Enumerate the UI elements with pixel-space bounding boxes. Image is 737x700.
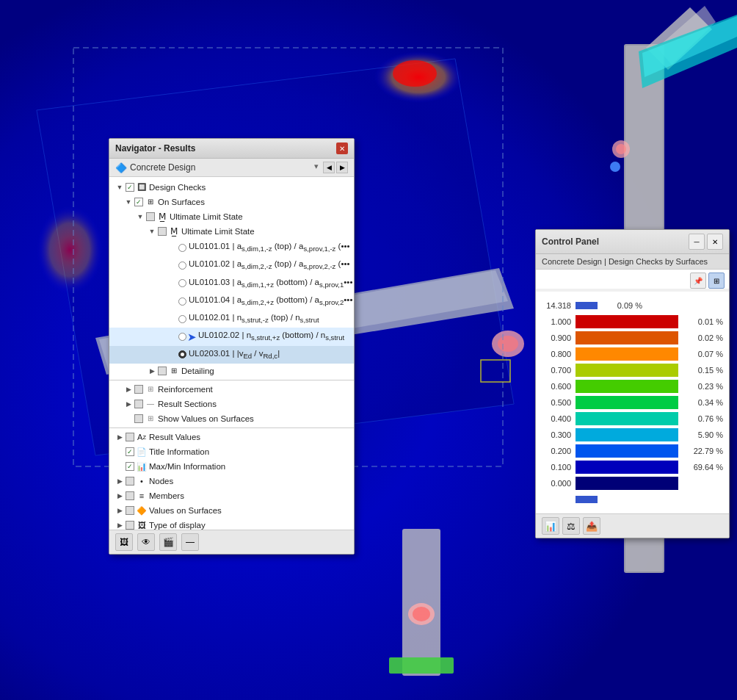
legend-bar-11	[576, 477, 678, 490]
tree-item-maxmin-info[interactable]: ✓ 📊 Max/Min Information	[109, 459, 354, 474]
tree-item-ul0203-01[interactable]: UL0203.01 | |vEd / vRd,c|	[109, 346, 354, 364]
legend-row-6: 0.500 0.34 %	[542, 394, 723, 411]
tree-item-reinforcement[interactable]: ▶ ⊞ Reinforcement	[109, 382, 354, 397]
control-panel-close[interactable]: ✕	[707, 234, 723, 250]
tree-item-uls-inner[interactable]: ▼ M̲ Ultimate Limit State	[109, 224, 354, 239]
bottom-icon-line[interactable]: —	[181, 533, 199, 551]
tree-item-ul0101-03[interactable]: UL0101.03 | as,dim,1,+z (bottom) / as,pr…	[109, 275, 354, 292]
label-show-values: Show Values on Surfaces	[158, 412, 254, 425]
cp-icon-chart[interactable]: 📊	[542, 517, 559, 535]
nav-prev-button[interactable]: ◀	[323, 162, 335, 173]
checkbox-nodes[interactable]	[126, 477, 134, 486]
navigator-title: Navigator - Results	[115, 143, 195, 154]
legend-percent-1: 0.01 %	[683, 317, 723, 326]
spacer	[115, 462, 124, 471]
tree-item-title-info[interactable]: ✓ 📄 Title Information	[109, 444, 354, 459]
legend-row-9: 0.200 22.79 %	[542, 443, 723, 459]
radio-ul0101-04[interactable]	[178, 297, 186, 306]
checkbox-maxmin-info[interactable]: ✓	[126, 462, 134, 471]
tree-item-on-surfaces[interactable]: ▼ ✓ ⊞ On Surfaces	[109, 195, 354, 209]
tree-item-members[interactable]: ▶ ≡ Members	[109, 488, 354, 503]
tree-item-type-display[interactable]: ▶ 🖼 Type of display	[109, 518, 354, 530]
legend-percent-3: 0.07 %	[683, 350, 723, 358]
legend-percent-10: 69.64 %	[683, 463, 723, 472]
checkbox-members[interactable]	[126, 491, 134, 500]
legend-row-10: 0.100 69.64 %	[542, 459, 723, 475]
checkbox-uls-outer[interactable]	[146, 212, 155, 221]
nav-next-button[interactable]: ▶	[336, 162, 348, 173]
checkbox-result-sections[interactable]	[134, 400, 143, 408]
spacer	[171, 297, 177, 306]
tree-item-uls-outer[interactable]: ▼ M̲ Ultimate Limit State	[109, 209, 354, 224]
legend-percent-4: 0.15 %	[683, 366, 723, 375]
top-corner-buttons: 📌 ⊞	[536, 270, 729, 289]
cp-icon-scale[interactable]: ⚖	[562, 517, 580, 535]
dropdown-chevron: ▾	[314, 162, 319, 173]
tree-item-nodes[interactable]: ▶ • Nodes	[109, 474, 354, 488]
tree-item-ul0101-04[interactable]: UL0101.04 | as,dim,2,+z (bottom) / as,pr…	[109, 292, 354, 310]
legend-row-8: 0.300 5.90 %	[542, 427, 723, 443]
control-panel-minimize[interactable]: ─	[689, 234, 705, 250]
label-type-display: Type of display	[149, 519, 206, 530]
tree-item-ul0102-02[interactable]: ➤ UL0102.02 | ns,strut,+z (bottom) / ns,…	[109, 328, 354, 345]
legend-value-9: 0.200	[542, 447, 571, 455]
radio-ul0102-01[interactable]	[178, 315, 186, 323]
checkbox-design-checks[interactable]: ✓	[126, 183, 134, 192]
radio-ul0102-02[interactable]	[178, 333, 186, 341]
tree-icon-uls-inner: M̲	[169, 226, 179, 237]
checkbox-reinforcement[interactable]	[134, 385, 143, 394]
tree-item-result-sections[interactable]: ▶ — Result Sections	[109, 397, 354, 411]
tree-item-detailing[interactable]: ▶ ⊞ Detailing	[109, 364, 354, 378]
cp-icon-export[interactable]: 📤	[583, 517, 600, 535]
radio-ul0101-01[interactable]	[178, 244, 186, 252]
tree-item-design-checks[interactable]: ▼ ✓ 🔲 Design Checks	[109, 180, 354, 195]
spacer	[124, 414, 133, 423]
checkbox-values-surfaces[interactable]	[126, 506, 134, 515]
legend-row-7: 0.400 0.76 %	[542, 411, 723, 427]
radio-ul0101-03[interactable]	[178, 279, 186, 287]
checkbox-on-surfaces[interactable]: ✓	[134, 198, 143, 206]
svg-point-4	[393, 60, 437, 87]
spacer	[115, 447, 124, 456]
label-uls-inner: Ultimate Limit State	[181, 225, 255, 238]
tree-item-show-values[interactable]: ⊞ Show Values on Surfaces	[109, 411, 354, 426]
label-ul0203-01: UL0203.01 | |vEd / vRd,c|	[189, 347, 280, 363]
legend-pin-button[interactable]: 📌	[690, 273, 706, 289]
checkbox-result-values[interactable]	[126, 433, 134, 441]
legend-table-button[interactable]: ⊞	[708, 273, 725, 289]
concrete-design-label: 🔷 Concrete Design	[115, 162, 195, 173]
checkbox-detailing[interactable]	[158, 367, 167, 375]
tree-item-result-values[interactable]: ▶ Az Result Values	[109, 430, 354, 444]
label-members: Members	[149, 489, 184, 502]
checkbox-type-display[interactable]	[126, 521, 134, 530]
checkbox-uls-inner[interactable]	[158, 227, 167, 236]
tree-icon-members: ≡	[137, 491, 147, 501]
legend-percent-9: 22.79 %	[683, 447, 723, 455]
tree-icon-uls-outer: M̲	[157, 212, 167, 222]
spacer	[171, 279, 177, 288]
svg-point-7	[37, 206, 103, 294]
legend-bar-10	[576, 461, 678, 474]
radio-ul0101-02[interactable]	[178, 261, 186, 270]
cp-bottom-icons: 📊 ⚖ 📤	[542, 517, 600, 535]
checkbox-show-values[interactable]	[134, 414, 143, 423]
bottom-icon-image[interactable]: 🖼	[115, 533, 133, 551]
legend-bar-6	[576, 396, 678, 409]
legend-value-1: 1.000	[542, 317, 571, 326]
legend-value-7: 0.400	[542, 414, 571, 423]
navigator-close-button[interactable]: ✕	[336, 142, 348, 154]
expand-icon: ▶	[115, 521, 124, 530]
bottom-icon-animation[interactable]: 🎬	[159, 533, 177, 551]
radio-ul0203-01[interactable]	[178, 350, 186, 358]
tree-item-ul0101-02[interactable]: UL0101.02 | as,dim,2,-z (top) / as,prov,…	[109, 256, 354, 274]
bottom-icon-view[interactable]: 👁	[137, 533, 155, 551]
tree-icon-maxmin-info: 📊	[137, 461, 147, 472]
legend-row-1: 1.000 0.01 %	[542, 314, 723, 330]
checkbox-title-info[interactable]: ✓	[126, 447, 134, 456]
tree-item-ul0102-01[interactable]: UL0102.01 | ns,strut,-z (top) / ns,strut	[109, 310, 354, 328]
tree-item-values-surfaces[interactable]: ▶ 🔶 Values on Surfaces	[109, 503, 354, 518]
legend-bar-1	[576, 315, 678, 328]
expand-icon: ▶	[124, 385, 133, 394]
tree-item-ul0101-01[interactable]: UL0101.01 | as,dim,1,-z (top) / as,prov,…	[109, 239, 354, 256]
label-ul0101-04: UL0101.04 | as,dim,2,+z (bottom) / as,pr…	[189, 293, 352, 309]
